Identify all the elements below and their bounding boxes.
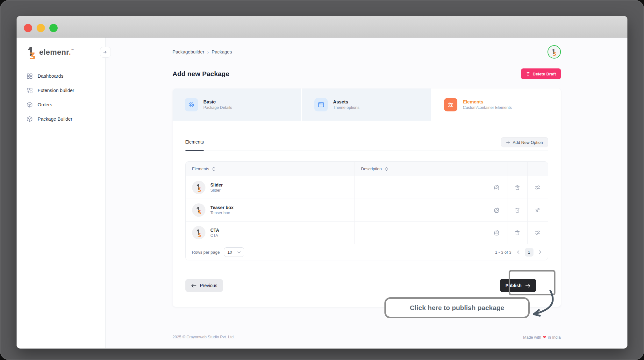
grid-plus-icon: [26, 87, 33, 94]
row-settings-button[interactable]: [527, 176, 548, 199]
description-cell: [354, 222, 487, 244]
trash-icon: [514, 230, 520, 236]
elements-panel-header: Elements Add New Option: [185, 137, 548, 151]
maximize-window-button[interactable]: [49, 24, 58, 32]
tab-elements[interactable]: Elements: [185, 139, 204, 151]
t3-logo-icon: ʒ: [26, 46, 37, 59]
pagination-range: 1 - 3 of 3: [495, 250, 511, 255]
step-title: Basic: [204, 99, 232, 104]
elements-table: Elements Description: [185, 161, 548, 260]
svg-text:ʒ: ʒ: [553, 50, 556, 56]
app-body: ʒ elemenr.™: [17, 38, 627, 348]
brand-logo[interactable]: ʒ elemenr.™: [17, 38, 105, 60]
previous-button[interactable]: Previous: [185, 279, 223, 292]
minimize-window-button[interactable]: [37, 24, 45, 32]
page-title: Add new Package: [173, 70, 230, 78]
column-header-edit: [487, 162, 507, 176]
heart-icon: ❤: [543, 335, 546, 340]
trash-icon: [526, 72, 530, 76]
arrow-right-icon: [525, 284, 531, 288]
element-avatar: ʒ: [192, 203, 205, 217]
delete-row-button[interactable]: [507, 176, 527, 199]
table-row-teaser-box: ʒ Teaser box Teaser box: [186, 199, 548, 222]
row-settings-button[interactable]: [527, 199, 548, 221]
table-row-cta: ʒ CTA CTA: [186, 222, 548, 244]
element-cell: ʒ CTA CTA: [186, 222, 354, 244]
element-title: Slider: [211, 182, 223, 187]
element-subtitle: CTA: [211, 233, 219, 238]
sidebar-collapse-button[interactable]: [100, 47, 111, 58]
element-subtitle: Slider: [211, 188, 223, 193]
package-wizard-card: Basic Package Details: [173, 88, 561, 307]
publish-button[interactable]: Publish: [500, 279, 536, 292]
sort-icon: [385, 167, 388, 171]
svg-text:ʒ: ʒ: [197, 208, 201, 214]
trash-icon: [514, 185, 520, 191]
main-area: Packagebuilder › Packages ʒ: [106, 38, 627, 348]
step-elements[interactable]: Elements Custom/container Elements: [432, 88, 561, 121]
breadcrumb: Packagebuilder › Packages: [173, 49, 232, 55]
tune-icon: [534, 207, 541, 213]
page-number-button[interactable]: 1: [525, 248, 533, 257]
edit-icon: [494, 207, 500, 213]
table-pagination: Rows per page 10: [186, 244, 548, 260]
table-header-row: Elements Description: [186, 162, 548, 176]
previous-page-button[interactable]: [517, 250, 519, 254]
close-window-button[interactable]: [24, 24, 32, 32]
delete-draft-button[interactable]: Delete Draft: [521, 68, 561, 79]
element-avatar: ʒ: [192, 226, 205, 239]
sidebar-nav: Dashboards Extension builder: [17, 69, 105, 126]
tune-icon: [534, 184, 541, 191]
wizard-steps: Basic Package Details: [173, 88, 561, 121]
sidebar-item-orders[interactable]: Orders: [17, 97, 105, 112]
grid-icon: [26, 73, 33, 79]
svg-text:ʒ: ʒ: [197, 231, 201, 237]
element-subtitle: Teaser box: [211, 211, 234, 215]
trash-icon: [514, 207, 520, 213]
edit-row-button[interactable]: [487, 222, 507, 244]
page-header: Add new Package Delete Draft: [173, 68, 561, 80]
sidebar-item-label: Dashboards: [38, 73, 63, 79]
add-new-option-button[interactable]: Add New Option: [501, 137, 548, 147]
column-header-settings: [527, 162, 548, 176]
element-cell: ʒ Slider Slider: [186, 176, 354, 199]
wizard-footer-buttons: Previous Publish: [185, 279, 548, 292]
chevron-left-icon: [517, 250, 519, 254]
column-header-description[interactable]: Description: [354, 162, 487, 176]
step-basic[interactable]: Basic Package Details: [173, 88, 301, 121]
step-title: Elements: [463, 99, 512, 104]
user-avatar[interactable]: ʒ: [547, 45, 561, 59]
rows-per-page-select[interactable]: 10: [224, 247, 244, 257]
sidebar-item-extension-builder[interactable]: Extension builder: [17, 83, 105, 97]
step-subtitle: Custom/container Elements: [463, 105, 512, 110]
sidebar-item-dashboards[interactable]: Dashboards: [17, 69, 105, 83]
copyright-text: 2025 © Crayonweb Studio Pvt. Ltd.: [173, 335, 235, 340]
breadcrumb-packages[interactable]: Packages: [211, 49, 232, 54]
rows-per-page-label: Rows per page: [192, 250, 220, 255]
brand-name: elemenr.™: [39, 46, 74, 59]
delete-row-button[interactable]: [507, 199, 527, 221]
element-title: CTA: [211, 228, 219, 233]
window-titlebar: [17, 16, 627, 38]
column-header-elements[interactable]: Elements: [186, 162, 354, 176]
delete-row-button[interactable]: [507, 222, 527, 244]
step-assets[interactable]: Assets Theme options: [302, 88, 431, 121]
svg-text:ʒ: ʒ: [197, 186, 201, 192]
row-settings-button[interactable]: [527, 222, 548, 244]
edit-row-button[interactable]: [487, 176, 507, 199]
arrow-left-icon: [191, 284, 197, 288]
next-page-button[interactable]: [539, 250, 541, 254]
sidebar-item-package-builder[interactable]: Package Builder: [17, 112, 105, 126]
edit-row-button[interactable]: [487, 199, 507, 221]
screenshot-canvas: ʒ elemenr.™: [0, 0, 644, 360]
collapse-sidebar-icon: [103, 50, 108, 55]
topbar: Packagebuilder › Packages ʒ: [173, 45, 561, 59]
t3-logo-icon: ʒ: [196, 229, 202, 237]
breadcrumb-packagebuilder[interactable]: Packagebuilder: [173, 49, 204, 54]
column-header-delete: [507, 162, 527, 176]
table-row-slider: ʒ Slider Slider: [186, 176, 548, 199]
sidebar: ʒ elemenr.™: [17, 38, 106, 348]
window-controls: [24, 24, 58, 32]
description-cell: [354, 176, 487, 199]
cube-icon: [26, 116, 33, 122]
